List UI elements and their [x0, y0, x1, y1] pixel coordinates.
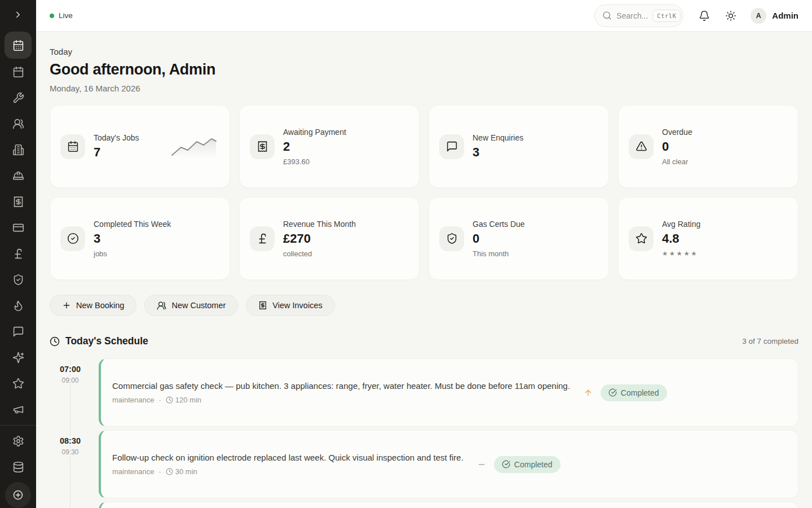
hardhat-icon [12, 170, 24, 182]
theme-toggle-button[interactable] [725, 10, 736, 21]
stat-card-completed-week[interactable]: Completed This Week 3 jobs [50, 197, 230, 280]
todays-schedule-section: Today's Schedule 3 of 7 completed 07:00 … [50, 335, 798, 508]
search-input[interactable]: Search... CtrlK [594, 5, 683, 27]
user-menu[interactable]: Admin [772, 11, 798, 20]
sidebar-item-finance[interactable] [5, 240, 32, 266]
stat-card-todays-jobs[interactable]: Today's Jobs 7 [50, 105, 230, 188]
stat-sub: All clear [662, 157, 692, 166]
shield-check-icon [12, 274, 24, 286]
sidebar-item-certificates[interactable] [5, 266, 32, 292]
end-time: 09:00 [60, 376, 80, 384]
new-booking-label: New Booking [76, 301, 124, 310]
sidebar-item-reviews[interactable] [5, 370, 32, 396]
schedule-progress: 3 of 7 completed [742, 337, 798, 345]
sidebar-item-settings[interactable] [5, 428, 32, 454]
view-invoices-button[interactable]: View Invoices [246, 295, 334, 316]
notifications-button[interactable] [699, 10, 710, 21]
stat-value: 0 [473, 231, 525, 246]
sidebar-item-gas[interactable] [5, 292, 32, 318]
new-customer-button[interactable]: New Customer [144, 295, 238, 316]
wrench-icon [12, 92, 24, 104]
stat-label: Avg Rating [662, 220, 700, 229]
view-invoices-label: View Invoices [272, 301, 322, 310]
sidebar-item-properties[interactable] [5, 137, 32, 163]
stat-value: 3 [473, 145, 523, 160]
create-new-button[interactable] [5, 482, 31, 508]
avatar[interactable]: A [751, 8, 766, 24]
stat-card-awaiting-payment[interactable]: Awaiting Payment 2 £393.60 [239, 105, 420, 188]
search-placeholder: Search... [616, 11, 648, 20]
schedule-job-card[interactable]: Follow-up check on ignition electrode re… [99, 430, 798, 498]
invoice-icon [250, 134, 275, 159]
schedule-time-column [50, 502, 99, 508]
schedule-time-column: 07:00 09:00 [50, 358, 99, 427]
stat-label: Revenue This Month [283, 220, 356, 229]
star-rating-row: ★★★★★ [662, 249, 700, 257]
sidebar-item-schedule[interactable] [5, 59, 32, 85]
sidebar-expand-button[interactable] [0, 0, 36, 29]
stat-value: £270 [283, 231, 356, 246]
quick-actions: New Booking New Customer View Invoices [50, 295, 798, 316]
clock-icon [166, 468, 173, 475]
live-dot [50, 14, 54, 18]
sidebar-item-jobs[interactable] [5, 85, 32, 111]
new-booking-button[interactable]: New Booking [50, 295, 136, 316]
page-title: Good afternoon, Admin [50, 61, 798, 78]
sidebar-item-dashboard[interactable] [5, 32, 32, 59]
building-icon [12, 144, 24, 156]
schedule-job-card[interactable] [99, 502, 798, 508]
stat-card-new-enquiries[interactable]: New Enquiries 3 [429, 105, 609, 188]
sidebar-item-payments[interactable] [5, 214, 32, 240]
check-circle-icon [608, 388, 617, 397]
calendar-icon [12, 66, 24, 78]
bell-icon [699, 10, 710, 21]
sidebar-item-data[interactable] [5, 454, 32, 480]
stat-label: Overdue [662, 128, 692, 137]
stat-card-revenue-month[interactable]: Revenue This Month £270 collected [239, 197, 420, 280]
stat-label: New Enquiries [473, 133, 523, 142]
invoice-icon [258, 301, 267, 310]
sidebar-item-ai[interactable] [5, 344, 32, 370]
avatar-initial: A [756, 12, 761, 20]
status-label: Completed [621, 388, 659, 397]
schedule-item: 07:00 09:00 Commercial gas safety check … [50, 358, 798, 427]
users-icon [12, 118, 24, 130]
job-meta: maintenance · 120 min [112, 396, 570, 404]
status-badge[interactable]: Completed [494, 456, 561, 473]
stat-card-gas-certs[interactable]: Gas Certs Due 0 This month [429, 197, 609, 280]
stat-card-avg-rating[interactable]: Avg Rating 4.8 ★★★★★ [618, 197, 798, 280]
start-time: 07:00 [58, 365, 82, 374]
database-icon [12, 461, 24, 473]
job-meta: maintenance · 30 min [112, 467, 464, 476]
alert-triangle-icon [629, 134, 654, 159]
sidebar-item-marketing[interactable] [5, 396, 32, 422]
sidebar-item-customers[interactable] [5, 111, 32, 137]
sidebar-item-enquiries[interactable] [5, 318, 32, 344]
stat-card-overdue[interactable]: Overdue 0 All clear [618, 105, 798, 188]
star-icon [629, 226, 654, 251]
stat-sub: This month [473, 249, 525, 258]
message-icon [439, 134, 464, 159]
priority-high-arrow-up-icon [584, 388, 593, 397]
pound-icon [250, 226, 275, 251]
calendar-days-icon [12, 40, 24, 51]
today-eyebrow: Today [50, 47, 798, 56]
sidebar-item-invoices[interactable] [5, 189, 32, 214]
stat-label: Gas Certs Due [473, 220, 525, 229]
main-content: Today Good afternoon, Admin Monday, 16 M… [36, 32, 812, 508]
stat-value: 0 [662, 139, 692, 154]
check-circle-icon [60, 226, 85, 251]
topbar: Live Search... CtrlK A Admin [36, 0, 812, 32]
stat-sub: jobs [94, 249, 171, 258]
live-indicator: Live [50, 11, 73, 20]
sidebar-item-engineers[interactable] [5, 163, 32, 189]
status-badge[interactable]: Completed [601, 384, 667, 401]
schedule-job-card[interactable]: Commercial gas safety check — pub kitche… [99, 358, 798, 427]
schedule-item: 08:30 09:30 Follow-up check on ignition … [50, 430, 798, 498]
search-icon [602, 11, 612, 20]
stat-label: Awaiting Payment [283, 128, 346, 137]
job-status-group: Completed [584, 384, 667, 401]
stat-value: 2 [283, 139, 346, 154]
message-icon [12, 326, 24, 338]
priority-medium-minus-icon [477, 460, 486, 469]
